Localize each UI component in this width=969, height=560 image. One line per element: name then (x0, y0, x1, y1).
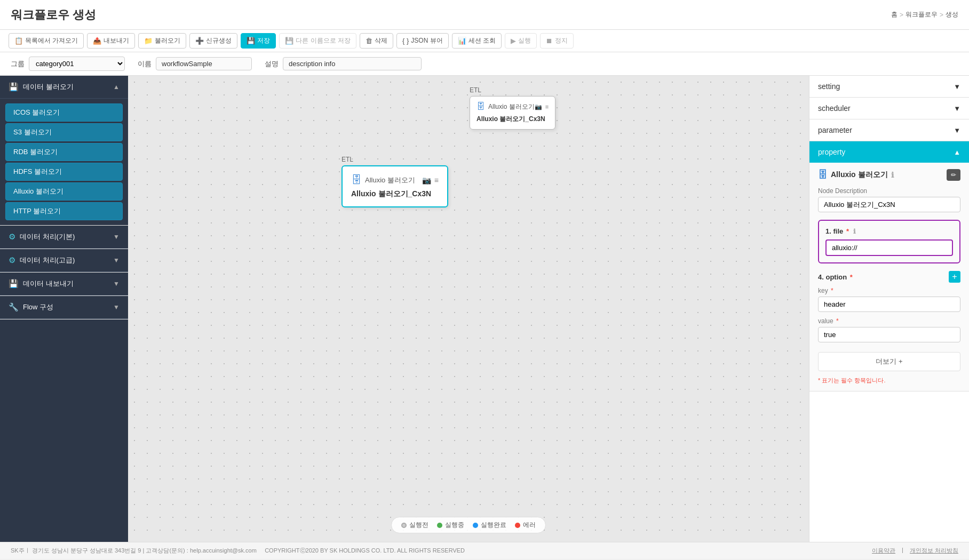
key-label: key * (818, 287, 960, 294)
prop-node-name-text: Alluxio 불러오기 (831, 170, 888, 180)
session-button[interactable]: 📊 세션 조회 (452, 33, 502, 49)
flow-icon: 🔧 (9, 302, 19, 312)
sidebar-section-data-export: 💾 데이터 내보내기 ▼ (0, 273, 128, 296)
toolbar: 📋 목록에서 가져오기 📤 내보내기 📁 불러오기 ➕ 신규생성 💾 저장 💾 … (0, 30, 969, 52)
sidebar-section-data-load: 💾 데이터 불러오기 ▲ ICOS 불러오기 S3 불러오기 RDB 불러오기 … (0, 76, 128, 226)
status-running: 실행중 (437, 521, 464, 530)
etl-node-2[interactable]: 🗄 Alluxio 불러오기 📷 ≡ Alluxio 불러오기_Cx3N (470, 96, 555, 130)
option-section: 4. option * + key * (818, 271, 960, 371)
sidebar-section-header-data-basic[interactable]: ⚙ 데이터 처리(기본) ▼ (0, 226, 128, 249)
sidebar-section-header-data-export[interactable]: 💾 데이터 내보내기 ▼ (0, 273, 128, 295)
sidebar-item-http[interactable]: HTTP 불러오기 (5, 202, 123, 220)
file-input[interactable] (825, 239, 953, 256)
data-load-chevron: ▲ (113, 83, 120, 91)
panel-section-property: property ▲ 🗄 Alluxio 불러오기 ℹ ✏ Node Descr… (809, 141, 969, 391)
key-input[interactable] (818, 297, 960, 312)
etl-container-node2: ETL 🗄 Alluxio 불러오기 📷 ≡ Alluxio 불러오기_Cx3N (470, 86, 555, 130)
import-icon: 📋 (14, 37, 23, 45)
desc-label: 설명 (265, 59, 279, 69)
etl-node-1[interactable]: 🗄 Alluxio 불러오기 📷 ≡ Alluxio 불러오기_Cx3N (341, 165, 448, 207)
footer: SK주ㅣ 경기도 성남시 분당구 성남대로 343번길 9 | 고객상담(문의)… (0, 542, 969, 559)
json-view-button[interactable]: { } JSON 뷰어 (396, 33, 449, 49)
load-icon: 📁 (144, 37, 153, 45)
etl-label-1: ETL (341, 156, 448, 163)
desc-field: 설명 description info (265, 57, 422, 70)
stop-button[interactable]: ⏹ 정지 (540, 33, 574, 49)
footer-link-terms[interactable]: 이용약관 (872, 547, 895, 555)
node-description-field: Node Description (818, 187, 960, 212)
save-as-icon: 💾 (285, 37, 293, 45)
main-layout: 💾 데이터 불러오기 ▲ ICOS 불러오기 S3 불러오기 RDB 불러오기 … (0, 76, 969, 542)
info-bar: 그룹 category001 이름 workflowSample 설명 desc… (0, 52, 969, 76)
dot-error (515, 523, 520, 528)
name-value: workflowSample (156, 57, 252, 70)
group-select[interactable]: category001 (29, 57, 125, 71)
load-button[interactable]: 📁 불러오기 (138, 33, 186, 49)
node-description-input[interactable] (818, 197, 960, 212)
delete-button[interactable]: 🗑 삭제 (360, 33, 393, 49)
sidebar-section-header-flow[interactable]: 🔧 Flow 구성 ▼ (0, 296, 128, 319)
sidebar-item-alluxio[interactable]: Alluxio 불러오기 (5, 182, 123, 201)
parameter-label: parameter (818, 126, 852, 134)
scheduler-label: scheduler (818, 104, 851, 113)
panel-section-header-setting[interactable]: setting ▼ (809, 76, 969, 97)
sidebar-item-hdfs[interactable]: HDFS 불러오기 (5, 163, 123, 181)
data-basic-icon: ⚙ (9, 232, 15, 242)
sidebar-item-rdb[interactable]: RDB 불러오기 (5, 143, 123, 161)
data-export-icon: 💾 (9, 279, 19, 289)
node2-title: Alluxio 불러오기 (488, 102, 535, 111)
panel-section-header-parameter[interactable]: parameter ▼ (809, 119, 969, 141)
node1-title: Alluxio 불러오기 (365, 175, 415, 185)
dot-running (437, 523, 442, 528)
save-as-button[interactable]: 💾 다른 이름으로 저장 (279, 33, 356, 49)
node-description-label: Node Description (818, 187, 960, 195)
sidebar-section-data-basic: ⚙ 데이터 처리(기본) ▼ (0, 226, 128, 249)
option-add-button[interactable]: + (949, 271, 960, 283)
save-button[interactable]: 💾 저장 (241, 33, 276, 49)
canvas-area[interactable]: ETL 🗄 Alluxio 불러오기 📷 ≡ Alluxio 불러오기_Cx3N… (128, 76, 809, 542)
new-button[interactable]: ➕ 신규생성 (189, 33, 237, 49)
breadcrumb: 홈 > 워크플로우 > 생성 (891, 10, 958, 19)
top-header: 워크플로우 생성 홈 > 워크플로우 > 생성 (0, 0, 969, 30)
panel-section-scheduler: scheduler ▼ (809, 98, 969, 119)
node1-list-icon: ≡ (434, 176, 439, 185)
breadcrumb-home: 홈 (891, 10, 897, 19)
data-load-items: ICOS 불러오기 S3 불러오기 RDB 불러오기 HDFS 불러오기 All… (0, 99, 128, 225)
session-icon: 📊 (458, 37, 466, 45)
panel-section-header-property[interactable]: property ▲ (809, 141, 969, 163)
node2-list-icon: ≡ (545, 103, 549, 110)
node2-name: Alluxio 불러오기_Cx3N (476, 115, 549, 124)
prop-edit-button[interactable]: ✏ (947, 169, 960, 181)
sidebar-item-s3[interactable]: S3 불러오기 (5, 123, 123, 141)
status-wait: 실행전 (401, 521, 428, 530)
export-button[interactable]: 📤 내보내기 (87, 33, 135, 49)
footer-link-privacy[interactable]: 개인정보 처리방침 (910, 547, 958, 555)
panel-section-header-scheduler[interactable]: scheduler ▼ (809, 98, 969, 119)
json-icon: { } (402, 37, 409, 45)
flow-chevron: ▼ (113, 303, 120, 311)
status-bar: 실행전 실행중 실행완료 에러 (391, 517, 546, 533)
run-button[interactable]: ▶ 실행 (505, 33, 537, 49)
data-basic-chevron: ▼ (113, 233, 120, 241)
value-input[interactable] (818, 327, 960, 342)
sidebar-section-data-advanced: ⚙ 데이터 처리(고급) ▼ (0, 249, 128, 273)
more-button[interactable]: 더보기 + (818, 352, 960, 371)
file-info-icon: ℹ (853, 228, 856, 235)
flow-title: Flow 구성 (23, 302, 53, 312)
sidebar-section-header-data-advanced[interactable]: ⚙ 데이터 처리(고급) ▼ (0, 249, 128, 272)
node1-camera-icon: 📷 (422, 176, 431, 185)
panel-section-parameter: parameter ▼ (809, 119, 969, 141)
group-select-container: category001 (29, 57, 125, 71)
sidebar: 💾 데이터 불러오기 ▲ ICOS 불러오기 S3 불러오기 RDB 불러오기 … (0, 76, 128, 542)
import-button[interactable]: 📋 목록에서 가져오기 (9, 33, 84, 49)
value-field: value * (818, 317, 960, 342)
data-basic-title: 데이터 처리(기본) (20, 232, 75, 242)
footer-info: SK주ㅣ 경기도 성남시 분당구 성남대로 343번길 9 | 고객상담(문의)… (11, 547, 465, 555)
breadcrumb-current: 생성 (946, 10, 958, 19)
status-error: 에러 (515, 521, 536, 530)
sidebar-section-header-data-load[interactable]: 💾 데이터 불러오기 ▲ (0, 76, 128, 99)
export-icon: 📤 (93, 37, 101, 45)
sidebar-item-icos[interactable]: ICOS 불러오기 (5, 103, 123, 122)
setting-label: setting (818, 82, 840, 91)
group-label: 그룹 (11, 59, 25, 69)
